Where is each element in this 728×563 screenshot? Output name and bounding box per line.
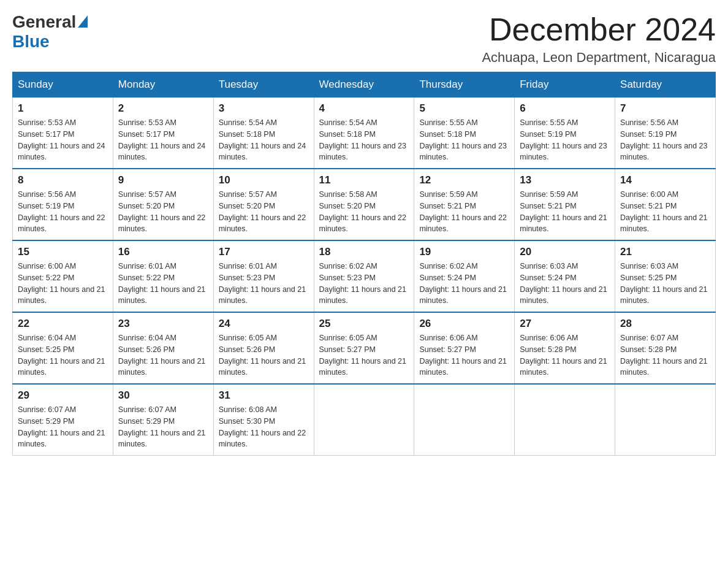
day-number: 8 [18, 174, 108, 186]
month-title: December 2024 [482, 12, 716, 47]
day-number: 11 [319, 174, 409, 186]
day-info: Sunrise: 6:02 AMSunset: 5:24 PMDaylight:… [419, 261, 509, 307]
calendar-day-header: Sunday [13, 72, 113, 98]
day-info: Sunrise: 6:06 AMSunset: 5:28 PMDaylight:… [520, 332, 610, 378]
calendar-cell: 15 Sunrise: 6:00 AMSunset: 5:22 PMDaylig… [13, 240, 113, 312]
day-number: 16 [118, 246, 208, 258]
calendar-cell: 13 Sunrise: 5:59 AMSunset: 5:21 PMDaylig… [515, 169, 615, 240]
day-info: Sunrise: 6:05 AMSunset: 5:27 PMDaylight:… [319, 332, 409, 378]
calendar-day-header: Saturday [615, 72, 716, 98]
day-info: Sunrise: 5:54 AMSunset: 5:18 PMDaylight:… [319, 117, 409, 163]
calendar-cell: 6 Sunrise: 5:55 AMSunset: 5:19 PMDayligh… [515, 98, 615, 169]
calendar-cell: 7 Sunrise: 5:56 AMSunset: 5:19 PMDayligh… [615, 98, 716, 169]
page-header: General Blue December 2024 Achuapa, Leon… [12, 12, 716, 66]
calendar-cell: 30 Sunrise: 6:07 AMSunset: 5:29 PMDaylig… [113, 384, 213, 456]
day-number: 10 [219, 174, 309, 186]
location-title: Achuapa, Leon Department, Nicaragua [482, 50, 716, 66]
day-info: Sunrise: 5:56 AMSunset: 5:19 PMDaylight:… [620, 117, 710, 163]
day-info: Sunrise: 6:07 AMSunset: 5:29 PMDaylight:… [118, 404, 208, 450]
day-info: Sunrise: 6:07 AMSunset: 5:28 PMDaylight:… [620, 332, 710, 378]
day-number: 22 [18, 318, 108, 330]
calendar-cell: 10 Sunrise: 5:57 AMSunset: 5:20 PMDaylig… [213, 169, 314, 240]
calendar-cell: 28 Sunrise: 6:07 AMSunset: 5:28 PMDaylig… [615, 312, 716, 384]
day-number: 7 [620, 102, 710, 115]
day-info: Sunrise: 6:00 AMSunset: 5:22 PMDaylight:… [18, 261, 108, 307]
calendar-day-header: Friday [515, 72, 615, 98]
day-info: Sunrise: 5:59 AMSunset: 5:21 PMDaylight:… [520, 189, 610, 235]
calendar-cell: 2 Sunrise: 5:53 AMSunset: 5:17 PMDayligh… [113, 98, 213, 169]
calendar-week-row: 29 Sunrise: 6:07 AMSunset: 5:29 PMDaylig… [13, 384, 716, 456]
day-info: Sunrise: 5:53 AMSunset: 5:17 PMDaylight:… [18, 117, 108, 163]
day-number: 15 [18, 246, 108, 258]
day-number: 2 [118, 102, 208, 115]
day-info: Sunrise: 6:07 AMSunset: 5:29 PMDaylight:… [18, 404, 108, 450]
day-info: Sunrise: 6:02 AMSunset: 5:23 PMDaylight:… [319, 261, 409, 307]
day-number: 21 [620, 246, 710, 258]
day-info: Sunrise: 6:08 AMSunset: 5:30 PMDaylight:… [219, 404, 309, 450]
calendar-day-header: Wednesday [314, 72, 414, 98]
day-number: 23 [118, 318, 208, 330]
calendar-cell: 4 Sunrise: 5:54 AMSunset: 5:18 PMDayligh… [314, 98, 414, 169]
day-info: Sunrise: 5:59 AMSunset: 5:21 PMDaylight:… [419, 189, 509, 235]
day-info: Sunrise: 6:00 AMSunset: 5:21 PMDaylight:… [620, 189, 710, 235]
day-number: 13 [520, 174, 610, 186]
day-number: 20 [520, 246, 610, 258]
day-number: 6 [520, 102, 610, 115]
calendar-week-row: 22 Sunrise: 6:04 AMSunset: 5:25 PMDaylig… [13, 312, 716, 384]
day-number: 14 [620, 174, 710, 186]
calendar-table: SundayMondayTuesdayWednesdayThursdayFrid… [12, 72, 716, 456]
day-number: 5 [419, 102, 509, 115]
day-info: Sunrise: 5:55 AMSunset: 5:19 PMDaylight:… [520, 117, 610, 163]
day-number: 30 [118, 389, 208, 402]
day-info: Sunrise: 5:58 AMSunset: 5:20 PMDaylight:… [319, 189, 409, 235]
calendar-week-row: 15 Sunrise: 6:00 AMSunset: 5:22 PMDaylig… [13, 240, 716, 312]
day-info: Sunrise: 6:06 AMSunset: 5:27 PMDaylight:… [419, 332, 509, 378]
day-number: 27 [520, 318, 610, 330]
day-number: 9 [118, 174, 208, 186]
calendar-cell: 17 Sunrise: 6:01 AMSunset: 5:23 PMDaylig… [213, 240, 314, 312]
calendar-header-row: SundayMondayTuesdayWednesdayThursdayFrid… [13, 72, 716, 98]
day-info: Sunrise: 5:54 AMSunset: 5:18 PMDaylight:… [219, 117, 309, 163]
day-number: 25 [319, 318, 409, 330]
logo-general: General [12, 12, 76, 32]
calendar-cell [314, 384, 414, 456]
calendar-cell: 18 Sunrise: 6:02 AMSunset: 5:23 PMDaylig… [314, 240, 414, 312]
calendar-cell: 12 Sunrise: 5:59 AMSunset: 5:21 PMDaylig… [414, 169, 515, 240]
day-number: 3 [219, 102, 309, 115]
calendar-day-header: Thursday [414, 72, 515, 98]
calendar-cell: 3 Sunrise: 5:54 AMSunset: 5:18 PMDayligh… [213, 98, 314, 169]
calendar-cell: 9 Sunrise: 5:57 AMSunset: 5:20 PMDayligh… [113, 169, 213, 240]
day-info: Sunrise: 6:05 AMSunset: 5:26 PMDaylight:… [219, 332, 309, 378]
calendar-week-row: 8 Sunrise: 5:56 AMSunset: 5:19 PMDayligh… [13, 169, 716, 240]
day-info: Sunrise: 6:04 AMSunset: 5:25 PMDaylight:… [18, 332, 108, 378]
calendar-cell [515, 384, 615, 456]
day-number: 24 [219, 318, 309, 330]
day-info: Sunrise: 6:04 AMSunset: 5:26 PMDaylight:… [118, 332, 208, 378]
calendar-cell [414, 384, 515, 456]
calendar-cell: 5 Sunrise: 5:55 AMSunset: 5:18 PMDayligh… [414, 98, 515, 169]
calendar-cell: 22 Sunrise: 6:04 AMSunset: 5:25 PMDaylig… [13, 312, 113, 384]
day-number: 29 [18, 389, 108, 402]
calendar-cell: 19 Sunrise: 6:02 AMSunset: 5:24 PMDaylig… [414, 240, 515, 312]
calendar-cell: 24 Sunrise: 6:05 AMSunset: 5:26 PMDaylig… [213, 312, 314, 384]
calendar-cell: 1 Sunrise: 5:53 AMSunset: 5:17 PMDayligh… [13, 98, 113, 169]
calendar-cell: 29 Sunrise: 6:07 AMSunset: 5:29 PMDaylig… [13, 384, 113, 456]
logo-triangle-icon [78, 15, 88, 28]
day-info: Sunrise: 6:01 AMSunset: 5:22 PMDaylight:… [118, 261, 208, 307]
logo-blue: Blue [12, 32, 88, 52]
calendar-cell: 8 Sunrise: 5:56 AMSunset: 5:19 PMDayligh… [13, 169, 113, 240]
day-info: Sunrise: 6:03 AMSunset: 5:24 PMDaylight:… [520, 261, 610, 307]
title-section: December 2024 Achuapa, Leon Department, … [482, 12, 716, 66]
day-number: 17 [219, 246, 309, 258]
day-number: 18 [319, 246, 409, 258]
calendar-cell: 26 Sunrise: 6:06 AMSunset: 5:27 PMDaylig… [414, 312, 515, 384]
calendar-cell: 25 Sunrise: 6:05 AMSunset: 5:27 PMDaylig… [314, 312, 414, 384]
day-info: Sunrise: 6:01 AMSunset: 5:23 PMDaylight:… [219, 261, 309, 307]
day-number: 1 [18, 102, 108, 115]
calendar-cell: 20 Sunrise: 6:03 AMSunset: 5:24 PMDaylig… [515, 240, 615, 312]
calendar-cell: 31 Sunrise: 6:08 AMSunset: 5:30 PMDaylig… [213, 384, 314, 456]
day-info: Sunrise: 5:53 AMSunset: 5:17 PMDaylight:… [118, 117, 208, 163]
calendar-cell [615, 384, 716, 456]
day-number: 26 [419, 318, 509, 330]
calendar-cell: 21 Sunrise: 6:03 AMSunset: 5:25 PMDaylig… [615, 240, 716, 312]
